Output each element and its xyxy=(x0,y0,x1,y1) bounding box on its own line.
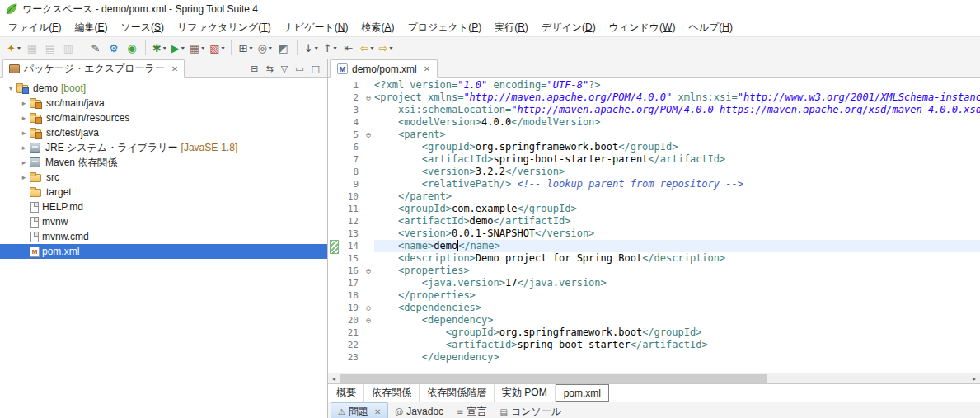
code-line-11[interactable]: 11 <groupId>com.example</groupId> xyxy=(328,203,980,215)
next-annotation-button[interactable]: ↓▾ xyxy=(302,39,320,57)
link-with-editor-icon[interactable]: ⇆ xyxy=(266,64,274,73)
dropdown-arrow-icon[interactable]: ▾ xyxy=(201,45,204,52)
page-tab-pom-xml[interactable]: pom.xml xyxy=(556,384,609,402)
hscroll-thumb[interactable] xyxy=(340,374,767,383)
code-line-7[interactable]: 7 <artifactId>spring-boot-starter-parent… xyxy=(328,153,980,166)
tree-item-demo[interactable]: ▾demo [boot] xyxy=(0,81,327,96)
tree-item-mvnw[interactable]: mvnw xyxy=(0,214,327,229)
dropdown-arrow-icon[interactable]: ▾ xyxy=(334,45,337,52)
run-tools-button[interactable]: ▦▾ xyxy=(188,39,206,57)
search-button[interactable]: ◎▾ xyxy=(256,39,273,57)
tree-item-help-md[interactable]: HELP.md xyxy=(0,200,327,214)
code-line-19[interactable]: 19⊖ <dependencies> xyxy=(328,302,980,314)
page-tab-dependency-hierarchy[interactable]: 依存関係階層 xyxy=(420,384,495,402)
dropdown-arrow-icon[interactable]: ▾ xyxy=(17,45,21,52)
close-icon[interactable]: ✕ xyxy=(374,407,381,416)
code-line-4[interactable]: 4 <modelVersion>4.0.0</modelVersion> xyxy=(328,116,980,129)
sketch-button[interactable]: ✎ xyxy=(87,39,104,57)
dropdown-arrow-icon[interactable]: ▾ xyxy=(315,45,318,52)
boot-dashboard-button[interactable]: ⚙ xyxy=(106,39,122,57)
dropdown-arrow-icon[interactable]: ▾ xyxy=(389,45,392,52)
fold-collapse-icon[interactable]: ⊖ xyxy=(363,314,374,326)
code-line-20[interactable]: 20⊖ <dependency> xyxy=(328,314,980,326)
tab-demo-pom-xml[interactable]: M demo/pom.xml ✕ xyxy=(330,59,438,78)
code-line-5[interactable]: 5⊖ <parent> xyxy=(328,129,980,141)
code-line-9[interactable]: 9 <relativePath/> <!-- lookup parent fro… xyxy=(328,178,980,190)
code-line-2[interactable]: 2⊖<project xmlns="http://maven.apache.or… xyxy=(328,92,980,104)
code-line-13[interactable]: 13 <version>0.0.1-SNAPSHOT</version> xyxy=(328,228,980,240)
tree-item-src-main-resources[interactable]: ▸src/main/resources xyxy=(0,110,327,125)
expander-icon[interactable]: ▾ xyxy=(5,84,16,92)
run-button[interactable]: ▶▾ xyxy=(170,39,186,57)
menu-edit[interactable]: 編集(E) xyxy=(68,19,114,36)
fold-collapse-icon[interactable]: ⊖ xyxy=(363,129,374,141)
code-line-23[interactable]: 23 </dependency> xyxy=(328,351,980,364)
tree-item-jre-system-library[interactable]: ▸JRE システム・ライブラリー [JavaSE-1.8] xyxy=(0,140,327,155)
fold-collapse-icon[interactable]: ⊖ xyxy=(363,302,374,314)
code-line-6[interactable]: 6 <groupId>org.springframework.boot</gro… xyxy=(328,141,980,153)
back-button[interactable]: ⇦▾ xyxy=(359,39,376,57)
page-tab-effective-pom[interactable]: 実効 POM xyxy=(495,384,556,402)
fold-collapse-icon[interactable]: ⊖ xyxy=(363,92,374,104)
tree-item-mvnw-cmd[interactable]: mvnw.cmd xyxy=(0,229,327,244)
menu-search[interactable]: 検索(A) xyxy=(354,19,401,36)
bottom-tab-problems[interactable]: ⚠問題✕ xyxy=(331,402,388,418)
menu-source[interactable]: ソース(S) xyxy=(114,19,171,36)
tree-item-maven-dependencies[interactable]: ▸Maven 依存関係 xyxy=(0,155,327,170)
mark-occurrences-button[interactable]: ◩ xyxy=(275,39,292,57)
code-line-16[interactable]: 16⊖ <properties> xyxy=(328,265,980,277)
new-java-element-button[interactable]: ⊞▾ xyxy=(237,39,254,57)
bottom-tab-console[interactable]: ▤コンソール xyxy=(493,402,568,418)
page-tab-dependencies[interactable]: 依存関係 xyxy=(364,384,420,402)
expander-icon[interactable]: ▸ xyxy=(18,129,30,137)
code-line-14[interactable]: 14 <name>demo</name> xyxy=(328,240,980,252)
code-line-21[interactable]: 21 <groupId>org.springframework.boot</gr… xyxy=(328,326,980,339)
previous-annotation-button[interactable]: ↑▾ xyxy=(321,39,339,57)
code-line-15[interactable]: 15 <description>Demo project for Spring … xyxy=(328,252,980,265)
close-icon[interactable]: ✕ xyxy=(171,64,178,73)
code-line-10[interactable]: 10 </parent> xyxy=(328,190,980,203)
dropdown-arrow-icon[interactable]: ▾ xyxy=(163,45,166,52)
menu-refactor[interactable]: リファクタリング(T) xyxy=(171,19,278,36)
scroll-left-icon[interactable]: ◂ xyxy=(328,373,340,383)
code-line-3[interactable]: 3 xsi:schemaLocation="http://maven.apach… xyxy=(328,104,980,116)
dropdown-arrow-icon[interactable]: ▾ xyxy=(181,45,185,52)
tree-item-src[interactable]: ▸src xyxy=(0,170,327,185)
tree-item-target[interactable]: target xyxy=(0,185,327,200)
last-edit-location-button[interactable]: ⇤ xyxy=(340,39,357,57)
code-line-22[interactable]: 22 <artifactId>spring-boot-starter</arti… xyxy=(328,339,980,351)
tree-item-src-main-java[interactable]: ▸src/main/java xyxy=(0,96,327,110)
menu-window[interactable]: ウィンドウ(W) xyxy=(603,19,682,36)
expander-icon[interactable]: ▸ xyxy=(18,173,30,181)
expander-icon[interactable]: ▸ xyxy=(18,143,30,152)
forward-button[interactable]: ⇨▾ xyxy=(377,39,395,57)
menu-file[interactable]: ファイル(F) xyxy=(2,19,68,36)
collapse-all-icon[interactable]: ⊟ xyxy=(251,64,258,73)
code-line-8[interactable]: 8 <version>3.2.2</version> xyxy=(328,166,980,178)
code-line-1[interactable]: 1<?xml version="1.0" encoding="UTF-8"?> xyxy=(328,79,980,92)
page-tab-overview[interactable]: 概要 xyxy=(329,384,364,402)
menu-help[interactable]: ヘルプ(H) xyxy=(682,19,739,36)
menu-run[interactable]: 実行(R) xyxy=(488,19,535,36)
dropdown-arrow-icon[interactable]: ▾ xyxy=(269,45,272,52)
new-wizard-button[interactable]: ✦▾ xyxy=(5,39,22,57)
maximize-icon[interactable]: □ xyxy=(312,64,320,73)
view-menu-icon[interactable]: ▽ xyxy=(281,64,288,73)
coverage-button[interactable]: ▧▾ xyxy=(208,39,226,57)
dropdown-arrow-icon[interactable]: ▾ xyxy=(221,45,224,52)
fold-collapse-icon[interactable]: ⊖ xyxy=(363,265,374,277)
code-line-18[interactable]: 18 </properties> xyxy=(328,289,980,302)
dropdown-arrow-icon[interactable]: ▾ xyxy=(371,45,374,52)
expander-icon[interactable]: ▸ xyxy=(18,99,30,107)
tree-item-pom-xml[interactable]: Mpom.xml xyxy=(0,244,327,259)
expander-icon[interactable]: ▸ xyxy=(18,158,30,167)
tab-package-explorer[interactable]: パッケージ・エクスプローラー ✕ xyxy=(2,59,185,78)
minimize-icon[interactable]: ▭ xyxy=(295,64,303,73)
debug-button[interactable]: ✱▾ xyxy=(151,39,168,57)
menu-navigate[interactable]: ナビゲート(N) xyxy=(278,19,355,36)
menu-design[interactable]: デザイン(D) xyxy=(535,19,603,36)
scroll-right-icon[interactable]: ▸ xyxy=(968,373,980,383)
dropdown-arrow-icon[interactable]: ▾ xyxy=(249,45,252,52)
tree-item-src-test-java[interactable]: ▸src/test/java xyxy=(0,125,327,140)
spring-start-button[interactable]: ◉ xyxy=(124,39,140,57)
